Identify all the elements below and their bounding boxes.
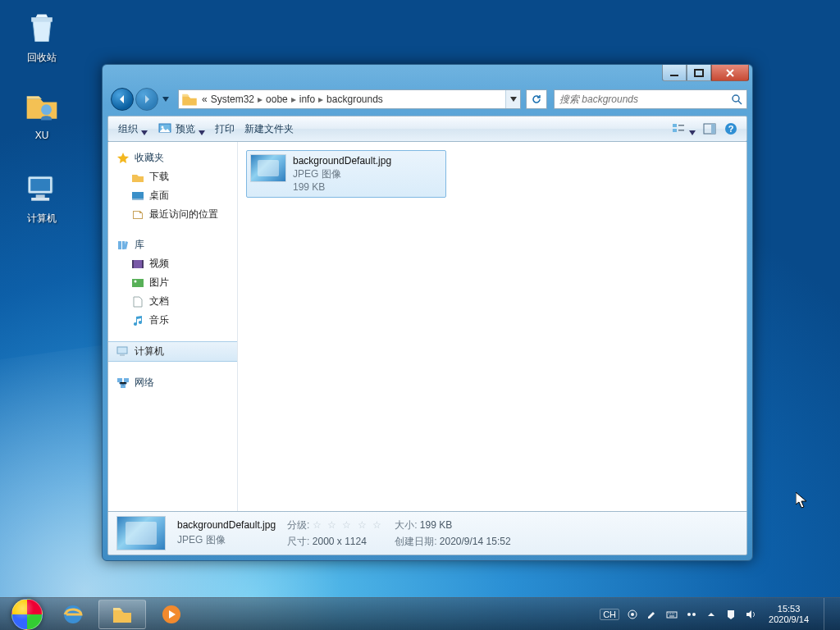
svg-rect-34	[667, 612, 677, 618]
svg-point-33	[631, 613, 634, 616]
desktop-recycle-bin[interactable]: 回收站	[10, 8, 74, 65]
svg-rect-4	[31, 198, 49, 201]
file-list-pane[interactable]: backgroundDefault.jpg JPEG 图像 199 KB	[238, 142, 746, 511]
svg-rect-15	[711, 124, 715, 134]
svg-point-35	[687, 613, 691, 616]
minimize-button[interactable]	[662, 65, 687, 81]
ime-tool-icon[interactable]	[646, 608, 659, 621]
maximize-button[interactable]	[687, 65, 711, 81]
navigation-pane: 收藏夹 下载 桌面 最近访问的位置 库 视频 图片 文档 音乐 计算机 网络	[108, 142, 238, 511]
star-icon	[116, 152, 130, 165]
details-filename: backgroundDefault.jpg	[177, 519, 276, 531]
sidebar-videos[interactable]: 视频	[108, 254, 237, 273]
svg-rect-26	[120, 354, 125, 356]
back-button[interactable]	[111, 88, 134, 111]
sidebar-libraries[interactable]: 库	[108, 235, 237, 254]
svg-rect-18	[132, 192, 144, 199]
sidebar-pictures[interactable]: 图片	[108, 273, 237, 292]
folder-icon	[22, 87, 62, 126]
folder-icon	[131, 171, 144, 184]
sidebar-favorites[interactable]: 收藏夹	[108, 148, 237, 167]
svg-rect-27	[117, 378, 122, 382]
view-options-button[interactable]	[668, 119, 699, 139]
history-dropdown[interactable]	[160, 91, 171, 107]
breadcrumb-overflow[interactable]: «	[200, 94, 209, 105]
explorer-window: « System32▸ oobe▸ info▸ backgrounds 组织 预…	[102, 64, 753, 561]
breadcrumb-item[interactable]: backgrounds	[325, 94, 385, 105]
taskbar-clock[interactable]: 15:53 2020/9/14	[764, 604, 814, 625]
close-button[interactable]	[711, 65, 749, 81]
preview-button[interactable]: 预览	[153, 119, 210, 139]
command-bar: 组织 预览 打印 新建文件夹 ?	[107, 116, 747, 142]
breadcrumb-item[interactable]: info	[298, 94, 317, 105]
svg-rect-10	[673, 124, 677, 127]
desktop-folder-xu[interactable]: XU	[10, 87, 74, 141]
svg-rect-12	[678, 125, 684, 126]
svg-rect-11	[673, 129, 677, 132]
desktop-icon	[131, 189, 144, 203]
preview-pane-button[interactable]	[699, 119, 720, 139]
tray-expand-icon[interactable]	[705, 608, 718, 621]
organize-button[interactable]: 组织	[113, 119, 153, 139]
start-button[interactable]	[5, 598, 49, 631]
taskbar-wmp[interactable]	[148, 600, 195, 629]
ime-keyboard-icon[interactable]	[665, 608, 678, 621]
svg-rect-28	[124, 378, 129, 382]
details-size: 199 KB	[420, 519, 452, 531]
folder-icon	[181, 91, 198, 107]
computer-icon	[116, 345, 130, 358]
sidebar-computer[interactable]: 计算机	[108, 341, 237, 362]
help-icon: ?	[724, 122, 738, 135]
sidebar-music[interactable]: 音乐	[108, 311, 237, 330]
action-center-icon[interactable]	[724, 608, 737, 621]
details-thumbnail	[116, 516, 166, 550]
svg-rect-2	[30, 179, 50, 191]
view-icon	[671, 122, 686, 135]
ime-language[interactable]: CH	[600, 609, 619, 620]
breadcrumb-item[interactable]: System32	[209, 94, 256, 105]
sidebar-recent[interactable]: 最近访问的位置	[108, 205, 237, 224]
desktop-computer[interactable]: 计算机	[10, 169, 74, 226]
rating-stars[interactable]: ☆ ☆ ☆ ☆ ☆	[313, 519, 383, 531]
volume-icon[interactable]	[744, 608, 757, 621]
desktop-icon-label: 回收站	[10, 51, 74, 65]
new-folder-button[interactable]: 新建文件夹	[240, 119, 299, 139]
address-bar[interactable]: « System32▸ oobe▸ info▸ backgrounds	[178, 89, 521, 109]
file-item[interactable]: backgroundDefault.jpg JPEG 图像 199 KB	[246, 150, 446, 198]
svg-rect-3	[36, 194, 45, 198]
svg-rect-5	[670, 75, 678, 76]
ime-option-icon[interactable]	[685, 608, 698, 621]
sidebar-documents[interactable]: 文档	[108, 292, 237, 311]
file-thumbnail	[250, 154, 286, 182]
print-button[interactable]: 打印	[210, 119, 240, 139]
svg-point-7	[733, 95, 739, 102]
address-dropdown[interactable]	[505, 90, 520, 108]
help-button[interactable]: ?	[720, 119, 742, 139]
file-size: 199 KB	[293, 180, 391, 194]
search-box[interactable]	[554, 89, 747, 109]
details-created: 2020/9/14 15:52	[440, 536, 511, 547]
forward-button[interactable]	[135, 88, 158, 111]
library-icon	[116, 239, 130, 252]
preview-icon	[158, 122, 172, 135]
search-input[interactable]	[555, 94, 727, 105]
sidebar-network[interactable]: 网络	[108, 373, 237, 392]
taskbar-explorer[interactable]	[98, 600, 146, 629]
refresh-button[interactable]	[526, 89, 547, 109]
show-desktop-button[interactable]	[824, 598, 835, 631]
svg-point-36	[692, 613, 696, 616]
pane-icon	[702, 122, 717, 135]
breadcrumb-item[interactable]: oobe	[264, 94, 290, 105]
svg-point-24	[135, 280, 137, 282]
search-icon	[727, 94, 746, 105]
system-tray: CH 15:53 2020/9/14	[600, 598, 835, 631]
ime-mode-icon[interactable]	[626, 608, 639, 621]
taskbar-ie[interactable]	[49, 600, 97, 629]
svg-rect-21	[132, 260, 134, 268]
sidebar-downloads[interactable]: 下载	[108, 167, 237, 186]
file-name: backgroundDefault.jpg	[293, 154, 391, 167]
svg-rect-13	[678, 130, 684, 131]
network-icon	[116, 377, 130, 390]
sidebar-desktop[interactable]: 桌面	[108, 186, 237, 205]
recent-icon	[131, 208, 144, 221]
